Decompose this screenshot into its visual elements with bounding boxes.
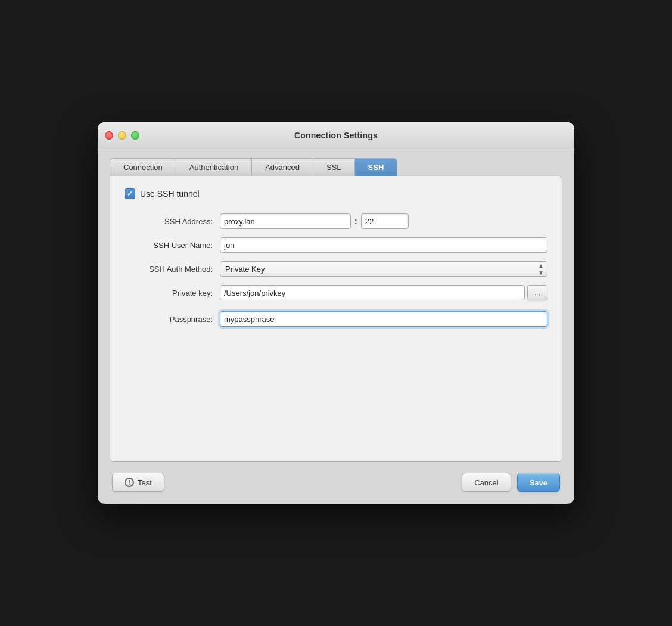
ssh-username-input[interactable] bbox=[220, 237, 547, 253]
passphrase-controls bbox=[220, 311, 547, 327]
private-key-controls: ... bbox=[220, 285, 547, 300]
ssh-auth-method-controls: Password Private Key Keyboard Interactiv… bbox=[220, 261, 547, 277]
tab-ssh[interactable]: SSH bbox=[355, 159, 397, 176]
private-key-label: Private key: bbox=[125, 289, 220, 297]
passphrase-label: Passphrase: bbox=[125, 315, 220, 324]
form-section: SSH Address: : SSH User Name: bbox=[125, 213, 547, 327]
bottom-bar: ! Test Cancel Save bbox=[110, 473, 562, 492]
cancel-button[interactable]: Cancel bbox=[462, 473, 511, 492]
ssh-auth-method-dropdown-container: Password Private Key Keyboard Interactiv… bbox=[220, 261, 547, 277]
ssh-auth-method-label: SSH Auth Method: bbox=[125, 265, 220, 274]
close-button[interactable] bbox=[105, 131, 113, 140]
btn-group-right: Cancel Save bbox=[462, 473, 560, 492]
tab-ssl[interactable]: SSL bbox=[313, 159, 355, 176]
warning-icon: ! bbox=[125, 478, 134, 487]
ssh-username-label: SSH User Name: bbox=[125, 241, 220, 250]
ssh-port-input[interactable] bbox=[361, 213, 409, 229]
test-button-label: Test bbox=[138, 478, 152, 487]
ssh-auth-method-row: SSH Auth Method: Password Private Key Ke… bbox=[125, 261, 547, 277]
tab-advanced[interactable]: Advanced bbox=[252, 159, 313, 176]
test-button[interactable]: ! Test bbox=[112, 473, 164, 492]
minimize-button[interactable] bbox=[118, 131, 126, 140]
passphrase-input[interactable] bbox=[220, 311, 547, 327]
tab-bar: Connection Authentication Advanced SSL S… bbox=[110, 158, 397, 176]
ssh-address-controls: : bbox=[220, 213, 547, 229]
tabs-container: Connection Authentication Advanced SSL S… bbox=[110, 158, 562, 176]
browse-button[interactable]: ... bbox=[527, 285, 547, 300]
window-title: Connection Settings bbox=[294, 131, 378, 140]
maximize-button[interactable] bbox=[131, 131, 139, 140]
ssh-address-row: SSH Address: : bbox=[125, 213, 547, 229]
ssh-username-row: SSH User Name: bbox=[125, 237, 547, 253]
private-key-row: Private key: ... bbox=[125, 285, 547, 300]
tab-connection[interactable]: Connection bbox=[110, 159, 176, 176]
save-button[interactable]: Save bbox=[517, 473, 560, 492]
titlebar: Connection Settings bbox=[98, 122, 574, 148]
warning-icon-label: ! bbox=[128, 479, 130, 486]
ssh-address-label: SSH Address: bbox=[125, 217, 220, 226]
use-ssh-tunnel-label: Use SSH tunnel bbox=[140, 189, 200, 199]
checkmark-icon: ✓ bbox=[127, 190, 133, 197]
traffic-lights bbox=[105, 131, 139, 140]
tab-authentication[interactable]: Authentication bbox=[176, 159, 252, 176]
ssh-auth-method-select[interactable]: Password Private Key Keyboard Interactiv… bbox=[220, 261, 547, 277]
ssh-panel: ✓ Use SSH tunnel SSH Address: : SS bbox=[110, 176, 562, 462]
colon-separator: : bbox=[354, 216, 357, 226]
use-ssh-tunnel-checkbox[interactable]: ✓ bbox=[125, 188, 135, 199]
use-ssh-tunnel-row: ✓ Use SSH tunnel bbox=[125, 188, 547, 199]
ssh-username-controls bbox=[220, 237, 547, 253]
ssh-address-input[interactable] bbox=[220, 213, 351, 229]
connection-settings-window: Connection Settings Connection Authentic… bbox=[98, 122, 574, 504]
passphrase-row: Passphrase: bbox=[125, 311, 547, 327]
window-content: Connection Authentication Advanced SSL S… bbox=[98, 148, 574, 504]
private-key-input[interactable] bbox=[220, 285, 525, 300]
